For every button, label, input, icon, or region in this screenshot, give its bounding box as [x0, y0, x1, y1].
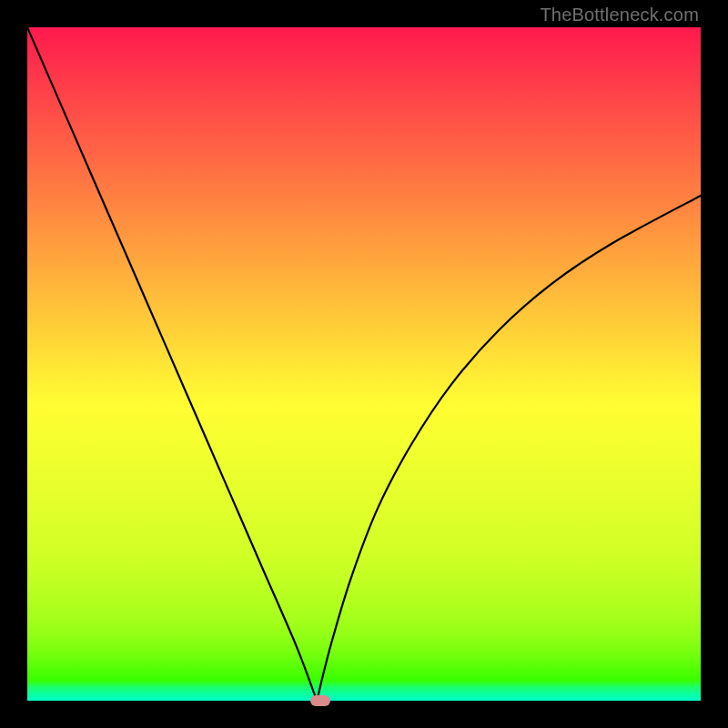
- watermark-text: TheBottleneck.com: [540, 5, 699, 25]
- curve-left: [27, 27, 317, 701]
- curve-right: [317, 196, 701, 701]
- optimal-marker: [310, 695, 330, 706]
- chart-frame: TheBottleneck.com: [0, 0, 728, 728]
- plot-area: [27, 27, 701, 701]
- curve-svg: [27, 27, 701, 701]
